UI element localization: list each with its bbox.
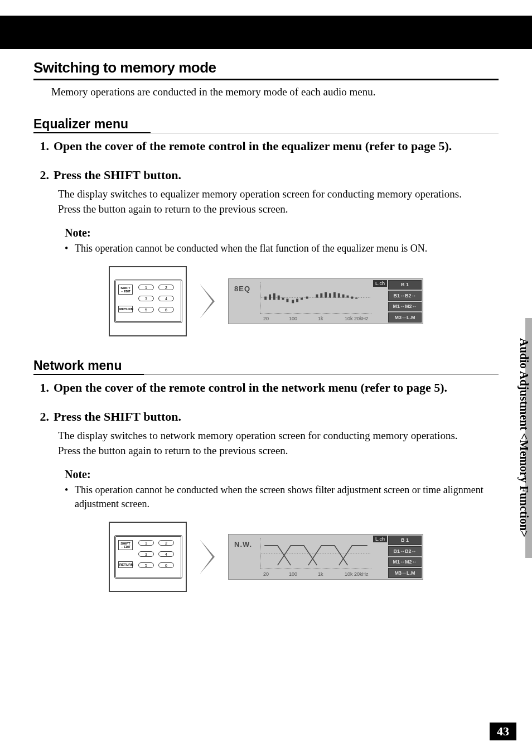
panel-b1b2: B1↔B2↔ [388,546,422,556]
network-note: Note: • This operation cannot be conduct… [65,468,499,511]
network-title: Network menu [33,359,144,375]
svg-rect-18 [347,295,349,297]
svg-rect-12 [320,293,322,297]
screen-mode-label: 8EQ [234,285,250,293]
step-number: 2. [33,410,54,458]
step-number: 1. [33,381,54,399]
remote-num-2: 2 [158,540,174,546]
step-number: 2. [33,168,54,216]
equalizer-screen-figure: 8EQ L.ch [228,278,423,324]
svg-rect-15 [333,292,336,297]
panel-b1: B 1 [388,536,422,546]
shift-button-label: SHIFT↔ EDIT [118,285,133,295]
remote-num-5: 5 [138,562,154,568]
svg-rect-5 [282,297,284,300]
network-step-2: 2. Press the SHIFT button. The display s… [33,410,499,458]
network-step-1: 1. Open the cover of the remote control … [33,381,499,399]
step-title: Press the SHIFT button. [54,168,499,182]
arrow-icon [200,285,215,318]
page-content: Switching to memory mode Memory operatio… [0,49,532,592]
svg-rect-20 [355,297,357,298]
svg-rect-8 [296,298,298,302]
network-title-wrap: Network menu [33,359,499,375]
panel-b1b2: B1↔B2↔ [388,291,422,301]
note-label: Note: [65,227,499,239]
note-label: Note: [65,468,499,481]
side-tab-text: Audio Adjustment <Memory Function> [517,338,531,537]
svg-rect-1 [264,296,267,300]
eq-bars-icon [260,282,371,313]
svg-rect-3 [273,293,275,300]
equalizer-title: Equalizer menu [33,117,151,133]
side-section-tab: Audio Adjustment <Memory Function> [515,318,532,558]
axis-1k: 1k [318,571,323,577]
panel-b1: B 1 [388,280,422,290]
step-number: 1. [33,139,54,158]
svg-rect-17 [342,294,345,297]
svg-rect-13 [325,292,327,297]
remote-num-6: 6 [158,562,174,568]
memory-panel: B 1 B1↔B2↔ M1↔M2↔ M3↔L.M [388,536,422,578]
memory-panel: B 1 B1↔B2↔ M1↔M2↔ M3↔L.M [388,280,422,322]
equalizer-step-1: 1. Open the cover of the remote control … [33,139,499,158]
panel-m3lm: M3↔L.M [388,312,422,322]
step-title: Open the cover of the remote control in … [54,139,499,153]
svg-rect-14 [329,293,331,297]
remote-num-4: 4 [158,296,174,301]
remote-num-4: 4 [158,551,174,557]
axis-1k: 1k [318,316,323,321]
lch-badge: L.ch [373,536,387,542]
remote-num-2: 2 [158,285,174,290]
panel-m3lm: M3↔L.M [388,568,422,578]
svg-rect-10 [306,296,308,298]
header-black-bar [0,16,532,49]
panel-m1m2: M1↔M2↔ [388,302,422,312]
note-text: This operation cannot be conducted when … [75,242,427,256]
network-figure-row: SHIFT↔ EDIT RETURN 1 2 3 4 5 6 N.W. L.ch [33,522,499,592]
svg-rect-9 [301,297,303,300]
remote-num-1: 1 [138,540,154,546]
svg-rect-2 [269,294,271,300]
remote-num-6: 6 [158,307,174,312]
note-text: This operation cannot be conducted when … [75,483,499,511]
axis-10k: 10k 20kHz [345,316,369,321]
equalizer-step-2: 2. Press the SHIFT button. The display s… [33,168,499,216]
step-title: Press the SHIFT button. [54,410,499,424]
lch-badge: L.ch [373,280,387,287]
step-body-text: The display switches to equalizer memory… [54,187,499,216]
axis-100: 100 [289,316,297,321]
arrow-icon [200,540,215,574]
eq-graph [260,282,371,314]
equalizer-note: Note: • This operation cannot be conduct… [65,227,499,256]
page-number: 43 [490,723,516,740]
note-bullet: • [65,483,75,511]
svg-rect-7 [292,300,294,303]
note-bullet: • [65,242,75,256]
axis-20: 20 [263,571,269,577]
svg-rect-11 [316,294,318,297]
axis-20: 20 [263,316,269,321]
remote-num-5: 5 [138,307,154,312]
return-button-label: RETURN [118,306,133,312]
return-button-label: RETURN [118,561,133,568]
remote-control-figure: SHIFT↔ EDIT RETURN 1 2 3 4 5 6 [109,266,187,336]
svg-rect-4 [278,295,280,300]
remote-num-1: 1 [138,285,154,290]
svg-rect-6 [286,298,288,302]
step-title: Open the cover of the remote control in … [54,381,499,395]
main-section-title: Switching to memory mode [33,59,499,80]
remote-num-3: 3 [138,551,154,557]
network-screen-figure: N.W. L.ch 20 100 1k 10k 20kHz B 1 [228,534,423,580]
equalizer-figure-row: SHIFT↔ EDIT RETURN 1 2 3 4 5 6 8EQ L.ch [33,266,499,336]
shift-button-label: SHIFT↔ EDIT [118,540,133,550]
axis-10k: 10k 20kHz [345,571,369,577]
nw-graph [260,538,371,569]
main-intro-text: Memory operations are conducted in the m… [51,86,499,98]
remote-control-figure: SHIFT↔ EDIT RETURN 1 2 3 4 5 6 [109,522,187,592]
svg-rect-19 [351,296,353,298]
panel-m1m2: M1↔M2↔ [388,557,422,567]
equalizer-title-wrap: Equalizer menu [33,117,499,133]
remote-num-3: 3 [138,296,154,301]
axis-100: 100 [289,571,297,577]
screen-mode-label: N.W. [234,540,252,548]
